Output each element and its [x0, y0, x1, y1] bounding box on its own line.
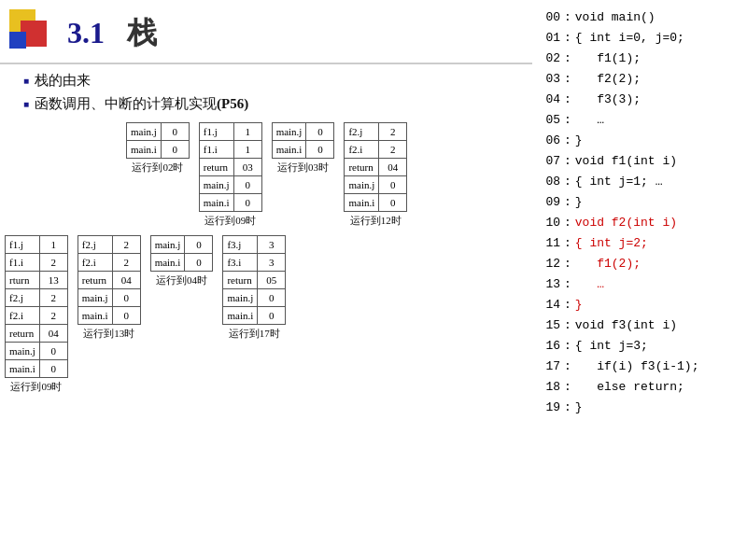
label-run03: 运行到03时 — [277, 161, 329, 175]
code-line-05: 05 : … — [536, 110, 743, 131]
stack-run12: f2.j2 f2.i2 return04 main.j0 main.i0 — [344, 122, 407, 212]
stack-run03: main.j0 main.i0 — [272, 122, 335, 159]
code-line-17: 17 : if(i) f3(i-1); — [536, 357, 743, 377]
code-line-11: 11 : { int j=2; — [536, 233, 743, 254]
logo-sq3 — [9, 32, 26, 49]
label-run13: 运行到13时 — [83, 327, 134, 341]
code-line-06: 06 : } — [536, 131, 743, 151]
frame-group-run09top: f1.j1 f1.i1 return03 main.j0 main.i0 运行到… — [199, 122, 262, 228]
frame-group-run12: f2.j2 f2.i2 return04 main.j0 main.i0 运行到… — [344, 122, 407, 228]
bullet-text-2: 函数调用、中断的计算机实现(P56) — [35, 95, 248, 113]
bullet-text-1: 栈的由来 — [35, 72, 91, 90]
code-line-12: 12 : f1(2); — [536, 254, 743, 274]
bullet-marker-1: ■ — [23, 76, 29, 86]
stack-standalone: f1.j1 f1.i2 rturn13 f2.j2 f2.i2 return04… — [5, 235, 68, 378]
title-area: 3.1 栈 — [0, 0, 532, 64]
frame-group-run03: main.j0 main.i0 运行到03时 — [272, 122, 335, 175]
code-line-01: 01 : { int i=0, j=0; — [536, 28, 743, 49]
code-line-09: 09 : } — [536, 192, 743, 213]
title-chinese: 栈 — [127, 16, 157, 49]
code-line-02: 02 : f1(1); — [536, 49, 743, 69]
stack-run09top: f1.j1 f1.i1 return03 main.j0 main.i0 — [199, 122, 262, 212]
bullet-list: ■ 栈的由来 ■ 函数调用、中断的计算机实现(P56) — [0, 72, 532, 113]
code-line-13: 13 : … — [536, 274, 743, 295]
left-panel: 3.1 栈 ■ 栈的由来 ■ 函数调用、中断的计算机实现(P56) main.j… — [0, 0, 532, 560]
code-line-10: 10 : void f2(int i) — [536, 213, 743, 233]
label-standalone: 运行到09时 — [10, 380, 62, 394]
right-panel: 00 : void main() 01 : { int i=0, j=0; 02… — [532, 0, 747, 560]
label-run09top: 运行到09时 — [204, 214, 256, 228]
code-line-03: 03 : f2(2); — [536, 69, 743, 90]
frame-group-run04: main.j0 main.i0 运行到04时 — [150, 235, 214, 287]
code-line-04: 04 : f3(3); — [536, 90, 743, 110]
stack-run13: f2.j2 f2.i2 return04 main.j0 main.i0 — [78, 235, 141, 325]
logo-block — [9, 9, 58, 58]
code-line-16: 16 : { int j=3; — [536, 336, 743, 357]
code-line-19: 19 : } — [536, 398, 743, 418]
bullet-item-1: ■ 栈的由来 — [23, 72, 532, 90]
bullet-item-2: ■ 函数调用、中断的计算机实现(P56) — [23, 95, 532, 113]
code-line-14: 14 : } — [536, 295, 743, 315]
bullet-marker-2: ■ — [23, 99, 29, 109]
label-run04: 运行到04时 — [156, 273, 207, 287]
code-line-08: 08 : { int j=1; … — [536, 172, 743, 192]
title-number: 3.1 — [67, 16, 105, 49]
label-run17: 运行到17时 — [229, 327, 280, 341]
frame-group-run02: main.j0 main.i0 运行到02时 — [126, 122, 190, 175]
stack-run02: main.j0 main.i0 — [126, 122, 190, 159]
code-line-15: 15 : void f3(int i) — [536, 315, 743, 336]
frame-group-run13: f2.j2 f2.i2 return04 main.j0 main.i0 运行到… — [78, 235, 141, 341]
stack-run04: main.j0 main.i0 — [150, 235, 214, 272]
frame-group-standalone: f1.j1 f1.i2 rturn13 f2.j2 f2.i2 return04… — [5, 235, 68, 394]
label-run12: 运行到12时 — [350, 214, 402, 228]
page-title: 3.1 栈 — [67, 13, 157, 54]
code-line-07: 07 : void f1(int i) — [536, 151, 743, 172]
frame-group-run17: f3.j3 f3.i3 return05 main.j0 main.i0 运行到… — [222, 235, 286, 341]
code-line-00: 00 : void main() — [536, 7, 743, 28]
stack-run17: f3.j3 f3.i3 return05 main.j0 main.i0 — [222, 235, 286, 325]
label-run02: 运行到02时 — [132, 161, 183, 175]
code-line-18: 18 : else return; — [536, 377, 743, 398]
diagram-area: main.j0 main.i0 运行到02时 f1.j1 f1.i1 retur… — [0, 122, 532, 394]
